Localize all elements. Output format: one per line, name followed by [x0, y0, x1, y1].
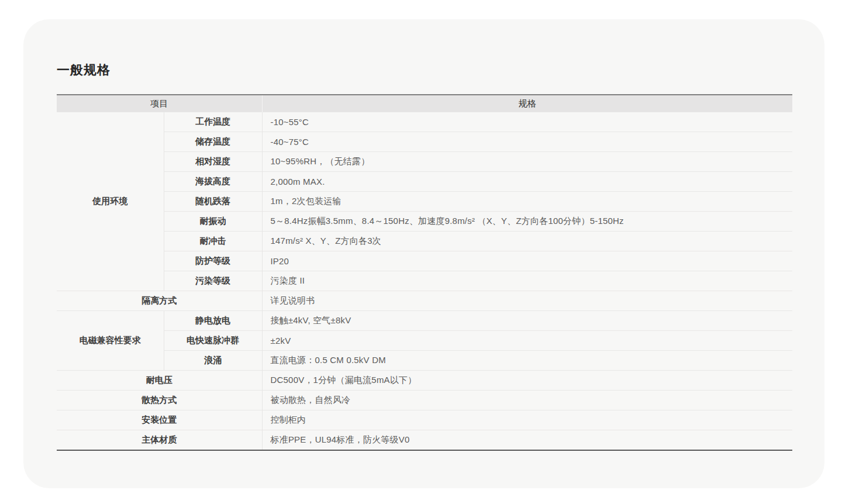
table-row: 耐电压 DC500V，1分钟（漏电流5mA以下）: [57, 371, 792, 391]
row-label-storage-temperature: 储存温度: [164, 132, 262, 152]
row-label-fast-transient-burst: 电快速脉冲群: [164, 331, 262, 351]
table-row: 电快速脉冲群 ±2kV: [57, 331, 792, 351]
column-header-spec: 规格: [262, 95, 792, 112]
row-label-withstand-voltage: 耐电压: [57, 371, 262, 391]
table-row: 海拔高度 2,000m MAX.: [57, 172, 792, 192]
table-row: 耐冲击 147m/s² X、Y、Z方向各3次: [57, 232, 792, 251]
table-row: 防护等级 IP20: [57, 251, 792, 271]
table-row: 浪涌 直流电源：0.5 CM 0.5kV DM: [57, 351, 792, 371]
table-row: 散热方式 被动散热，自然风冷: [57, 391, 792, 410]
table-header-row: 项目 规格: [57, 95, 792, 112]
table-row: 主体材质 标准PPE，UL94标准，防火等级V0: [57, 430, 792, 451]
row-label-operating-temperature: 工作温度: [164, 112, 262, 132]
row-label-isolation-method: 隔离方式: [57, 291, 262, 311]
row-value-isolation-method: 详见说明书: [262, 291, 792, 311]
row-value-installation-location: 控制柜内: [262, 410, 792, 430]
row-label-random-drop: 随机跌落: [164, 192, 262, 212]
content-card: 一般规格 项目 规格 使用环境 工作温度 -10~55°C 储存温度: [23, 19, 824, 488]
row-label-vibration-resistance: 耐振动: [164, 212, 262, 232]
row-label-protection-rating: 防护等级: [164, 251, 262, 271]
table-row: 耐振动 5～8.4Hz振幅3.5mm、8.4～150Hz、加速度9.8m/s² …: [57, 212, 792, 232]
row-value-cooling-method: 被动散热，自然风冷: [262, 391, 792, 410]
spec-table: 项目 规格 使用环境 工作温度 -10~55°C 储存温度 -40~75°C 相…: [57, 94, 792, 451]
page-title: 一般规格: [57, 61, 824, 78]
row-value-shock-resistance: 147m/s² X、Y、Z方向各3次: [262, 232, 792, 251]
table-row: 电磁兼容性要求 静电放电 接触±4kV, 空气±8kV: [57, 311, 792, 331]
table-row: 随机跌落 1m，2次包装运输: [57, 192, 792, 212]
group-label-operating-environment: 使用环境: [57, 112, 164, 291]
row-label-installation-location: 安装位置: [57, 410, 262, 430]
row-label-relative-humidity: 相对湿度: [164, 152, 262, 172]
row-value-surge: 直流电源：0.5 CM 0.5kV DM: [262, 351, 792, 371]
row-value-operating-temperature: -10~55°C: [262, 112, 792, 132]
group-label-emc-requirements: 电磁兼容性要求: [57, 311, 164, 371]
row-value-body-material: 标准PPE，UL94标准，防火等级V0: [262, 430, 792, 451]
table-row: 隔离方式 详见说明书: [57, 291, 792, 311]
row-label-pollution-degree: 污染等级: [164, 271, 262, 291]
row-value-withstand-voltage: DC500V，1分钟（漏电流5mA以下）: [262, 371, 792, 391]
row-value-altitude: 2,000m MAX.: [262, 172, 792, 192]
content-area: 一般规格 项目 规格 使用环境 工作温度 -10~55°C 储存温度: [23, 19, 824, 451]
table-row: 相对湿度 10~95%RH，（无结露）: [57, 152, 792, 172]
row-value-relative-humidity: 10~95%RH，（无结露）: [262, 152, 792, 172]
row-value-protection-rating: IP20: [262, 251, 792, 271]
table-row: 安装位置 控制柜内: [57, 410, 792, 430]
row-label-altitude: 海拔高度: [164, 172, 262, 192]
row-label-electrostatic-discharge: 静电放电: [164, 311, 262, 331]
row-value-storage-temperature: -40~75°C: [262, 132, 792, 152]
row-value-random-drop: 1m，2次包装运输: [262, 192, 792, 212]
row-label-cooling-method: 散热方式: [57, 391, 262, 410]
table-row: 储存温度 -40~75°C: [57, 132, 792, 152]
row-value-pollution-degree: 污染度 II: [262, 271, 792, 291]
row-value-vibration-resistance: 5～8.4Hz振幅3.5mm、8.4～150Hz、加速度9.8m/s² （X、Y…: [262, 212, 792, 232]
row-label-shock-resistance: 耐冲击: [164, 232, 262, 251]
row-value-fast-transient-burst: ±2kV: [262, 331, 792, 351]
row-label-surge: 浪涌: [164, 351, 262, 371]
table-row: 使用环境 工作温度 -10~55°C: [57, 112, 792, 132]
row-value-electrostatic-discharge: 接触±4kV, 空气±8kV: [262, 311, 792, 331]
row-label-body-material: 主体材质: [57, 430, 262, 451]
table-row: 污染等级 污染度 II: [57, 271, 792, 291]
column-header-item: 项目: [57, 95, 262, 112]
